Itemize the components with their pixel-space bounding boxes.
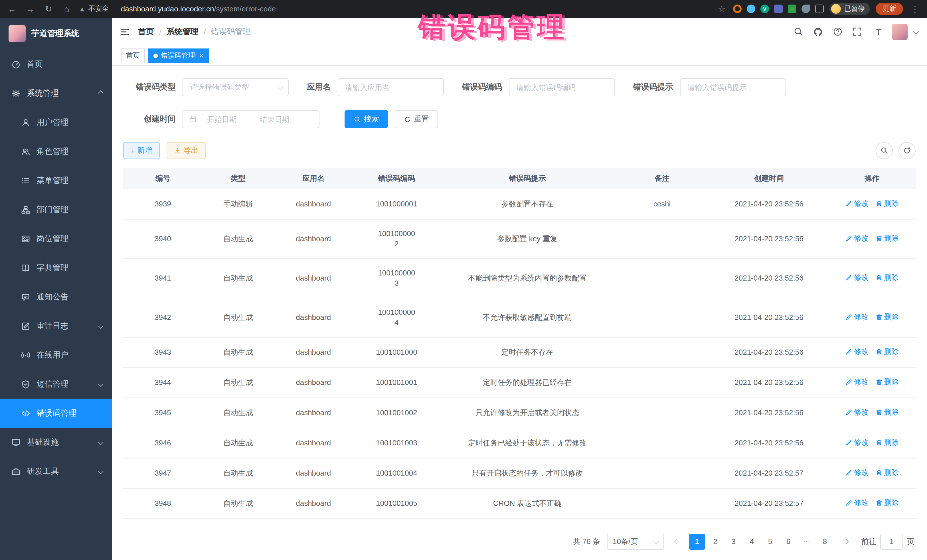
sidebar-item-notice[interactable]: 通知公告 <box>0 282 112 311</box>
pager-page-4[interactable]: 4 <box>744 533 760 549</box>
sidebar-item-dashboard[interactable]: 首页 <box>0 50 112 79</box>
toggle-search-button[interactable] <box>876 142 893 159</box>
help-icon[interactable] <box>833 27 843 36</box>
search-button[interactable]: 搜索 <box>345 110 388 128</box>
sidebar-item-dict[interactable]: 字典管理 <box>0 253 112 282</box>
sidebar-item-code[interactable]: 错误码管理 <box>0 399 112 428</box>
sidebar-item-sms[interactable]: 短信管理 <box>0 370 112 399</box>
edit-link[interactable]: 修改 <box>845 407 869 417</box>
bookmark-star-icon[interactable]: ☆ <box>715 4 728 14</box>
tag-error-code[interactable]: 错误码管理 × <box>148 48 208 63</box>
sidebar-item-menu[interactable]: 菜单管理 <box>0 166 112 195</box>
export-button[interactable]: 导出 <box>166 142 206 159</box>
delete-link[interactable]: 删除 <box>875 312 899 322</box>
refresh-button[interactable] <box>898 142 916 159</box>
sidebar-item-system[interactable]: 系统管理 <box>0 79 112 108</box>
delete-link[interactable]: 删除 <box>875 437 899 448</box>
goto-page-input[interactable] <box>880 533 903 549</box>
fullscreen-icon[interactable] <box>852 27 862 36</box>
user-avatar[interactable] <box>892 24 907 39</box>
browser-home-icon[interactable]: ⌂ <box>61 4 73 14</box>
extensions-puzzle-icon[interactable] <box>815 5 824 13</box>
breadcrumb-home[interactable]: 首页 <box>138 27 154 37</box>
close-icon[interactable]: × <box>199 52 204 59</box>
edit-link[interactable]: 修改 <box>845 312 869 322</box>
breadcrumb-system[interactable]: 系统管理 <box>167 27 199 37</box>
browser-update-button[interactable]: 更新 <box>876 3 903 15</box>
extension-colorpicker-icon[interactable] <box>747 5 755 13</box>
chevron-down-icon[interactable] <box>913 29 919 35</box>
edit-link[interactable]: 修改 <box>845 437 869 448</box>
sidebar-item-online[interactable]: 在线用户 <box>0 340 112 370</box>
delete-link[interactable]: 删除 <box>875 377 899 387</box>
pager-page-1[interactable]: 1 <box>689 533 705 549</box>
filter-form: 错误码类型 请选择错误码类型 应用名 错误码编码 <box>123 65 916 128</box>
sidebar-toggle-icon[interactable] <box>120 27 130 37</box>
delete-link[interactable]: 删除 <box>875 272 899 282</box>
extension-recorder-icon[interactable] <box>733 5 742 13</box>
screen: ← → ↻ ⌂ ▲ 不安全 dashboard.yudao.iocoder.cn… <box>0 0 927 560</box>
start-date-input[interactable] <box>200 115 243 123</box>
pager-page-5[interactable]: 5 <box>762 533 778 549</box>
table-row: 3939手动编辑dashboard1001000001参数配置不存在ceshi2… <box>123 189 916 219</box>
pager-prev-button[interactable] <box>669 533 685 549</box>
app-logo[interactable]: 芋道管理系统 <box>0 18 112 50</box>
edit-link[interactable]: 修改 <box>845 377 869 387</box>
reset-button[interactable]: 重置 <box>395 110 438 128</box>
pagination-total: 共 76 条 <box>573 536 600 546</box>
pager-page-2[interactable]: 2 <box>707 533 723 549</box>
sidebar-item-log[interactable]: 审计日志 <box>0 311 112 340</box>
sidebar-item-user[interactable]: 用户管理 <box>0 108 112 137</box>
add-button[interactable]: + 新增 <box>123 142 160 159</box>
edit-link[interactable]: 修改 <box>845 198 869 208</box>
app-title: 芋道管理系统 <box>31 29 79 39</box>
font-size-icon[interactable]: TT <box>872 27 882 37</box>
delete-link[interactable]: 删除 <box>875 407 899 417</box>
github-icon[interactable] <box>813 27 823 37</box>
sidebar-item-tool[interactable]: 研发工具 <box>0 457 112 486</box>
edit-link[interactable]: 修改 <box>845 346 869 357</box>
browser-back-icon[interactable]: ← <box>6 4 18 14</box>
page-size-select[interactable]: 10条/页 <box>607 533 664 549</box>
sidebar-item-post[interactable]: 岗位管理 <box>0 224 112 253</box>
cell-app: dashboard <box>274 367 353 398</box>
edit-link[interactable]: 修改 <box>845 233 869 243</box>
pager-ellipsis[interactable]: ··· <box>799 533 815 549</box>
extension-proxy-icon[interactable]: ≡ <box>788 5 796 13</box>
error-hint-input[interactable] <box>680 78 786 96</box>
browser-menu-icon[interactable]: ⋮ <box>909 4 921 14</box>
end-date-input[interactable] <box>253 115 296 123</box>
cell-type: 自动生成 <box>202 458 274 488</box>
edit-link[interactable]: 修改 <box>845 467 869 478</box>
error-code-input[interactable] <box>509 78 615 96</box>
browser-reload-icon[interactable]: ↻ <box>42 4 55 14</box>
browser-profile-chip[interactable]: 已暂停 <box>830 3 870 15</box>
address-bar[interactable]: dashboard.yudao.iocoder.cn/system/error-… <box>121 5 710 13</box>
delete-link[interactable]: 删除 <box>875 346 899 357</box>
error-type-select[interactable]: 请选择错误码类型 <box>182 78 289 96</box>
sidebar-item-infra[interactable]: 基础设施 <box>0 428 112 457</box>
edit-link[interactable]: 修改 <box>845 272 869 282</box>
extension-grid-icon[interactable] <box>774 5 783 13</box>
security-warning[interactable]: ▲ 不安全 <box>79 4 109 14</box>
date-range-picker[interactable]: - <box>182 110 319 128</box>
delete-link[interactable]: 删除 <box>875 467 899 478</box>
pager-page-6[interactable]: 6 <box>780 533 796 549</box>
sidebar-item-role[interactable]: 角色管理 <box>0 137 112 166</box>
app-name-input[interactable] <box>338 78 444 96</box>
pager-page-8[interactable]: 8 <box>817 533 833 549</box>
pager-next-button[interactable] <box>837 533 853 549</box>
edit-link[interactable]: 修改 <box>845 498 869 508</box>
pager-page-3[interactable]: 3 <box>726 533 742 549</box>
browser-forward-icon[interactable]: → <box>24 4 36 14</box>
tag-home[interactable]: 首页 <box>121 48 145 63</box>
cell-id: 3948 <box>123 488 202 518</box>
delete-link[interactable]: 删除 <box>875 498 899 508</box>
extension-leaf-icon[interactable] <box>801 5 810 13</box>
extension-vue-devtools-icon[interactable]: V <box>760 5 769 13</box>
delete-link[interactable]: 删除 <box>875 233 899 243</box>
search-icon[interactable] <box>793 27 803 36</box>
chevron-down-icon <box>98 381 103 387</box>
delete-link[interactable]: 删除 <box>875 198 899 208</box>
sidebar-item-dept[interactable]: 部门管理 <box>0 195 112 224</box>
